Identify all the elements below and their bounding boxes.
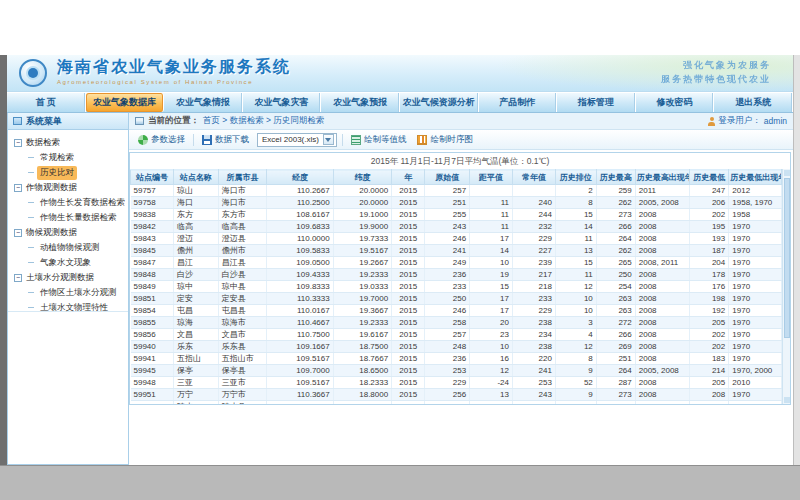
draw-timeseries-button[interactable]: 绘制时序图 <box>414 133 476 147</box>
params-select-button[interactable]: 参数选择 <box>135 133 188 147</box>
table-row[interactable]: 59845儋州儋州市109.583319.5167201524114227132… <box>131 245 782 257</box>
column-header[interactable]: 原始值 <box>425 170 470 185</box>
tree-node[interactable]: −作物观测数据 <box>14 180 128 195</box>
tree-node[interactable]: −土壤水分观测数据 <box>14 270 128 285</box>
nav-tab-9[interactable]: 修改密码 <box>636 93 715 112</box>
table-cell: 陵水县 <box>218 401 267 406</box>
collapse-icon[interactable]: − <box>14 274 22 282</box>
scrollbar-thumb[interactable] <box>784 178 790 338</box>
table-cell: 2008 <box>635 305 690 317</box>
table-cell: 198 <box>690 293 729 305</box>
table-row[interactable]: 59854屯昌屯昌县110.016719.3667201524617229102… <box>131 305 782 317</box>
tree-node[interactable]: −数据检索 <box>14 135 128 150</box>
column-header[interactable]: 站点编号 <box>131 170 174 185</box>
breadcrumb[interactable]: 首页 > 数据检索 > 历史同期检索 <box>203 115 324 127</box>
table-cell: 19.6167 <box>333 329 391 341</box>
table-row[interactable]: 59849琼中琼中县109.833319.0333201523315218122… <box>131 281 782 293</box>
table-row[interactable]: 59843澄迈澄迈县110.000019.7333201524617229112… <box>131 233 782 245</box>
column-header[interactable]: 历史最高出现年份 <box>635 170 690 185</box>
export-format-select[interactable]: Excel 2003(.xls) <box>257 133 337 147</box>
table-cell: 239 <box>512 257 555 269</box>
tree-item[interactable]: 常规检索 <box>14 150 128 165</box>
table-cell: 19.3667 <box>333 305 391 317</box>
tree-item[interactable]: 动植物物候观测 <box>14 240 128 255</box>
tree-item[interactable]: 历史比对 <box>14 165 128 180</box>
table-row[interactable]: 59757琼山海口市110.266720.0000201525722592011… <box>131 185 782 197</box>
table-row[interactable]: 59941五指山五指山市109.516718.76672015236162208… <box>131 353 782 365</box>
nav-tab-7[interactable]: 产品制作 <box>479 93 558 112</box>
table-row[interactable]: 59951万宁万宁市110.366718.8000201525613243927… <box>131 389 782 401</box>
table-cell: 1970 <box>729 305 782 317</box>
tree-node-label: 数据检索 <box>26 137 60 149</box>
table-row[interactable]: 59847昌江昌江县109.050019.2667201524910239152… <box>131 257 782 269</box>
column-header[interactable]: 经度 <box>267 170 333 185</box>
table-row[interactable]: 59945保亭保亭县109.700018.6500201525312241926… <box>131 365 782 377</box>
collapse-icon[interactable]: − <box>14 184 22 192</box>
table-cell: 240 <box>512 197 555 209</box>
column-header[interactable]: 历史最低出现年份 <box>729 170 782 185</box>
scroll-down-icon[interactable] <box>784 397 790 403</box>
tree-item[interactable]: 作物生长量数据检索 <box>14 210 128 225</box>
location-icon <box>135 117 144 125</box>
tree-node[interactable]: −物候观测数据 <box>14 225 128 240</box>
column-header[interactable]: 常年值 <box>512 170 555 185</box>
column-header[interactable]: 历史最低 <box>690 170 729 185</box>
draw-contour-button[interactable]: 绘制等值线 <box>348 133 410 147</box>
table-cell: 109.5167 <box>267 377 333 389</box>
table-cell: 187 <box>690 245 729 257</box>
table-cell: 193 <box>690 233 729 245</box>
collapse-icon[interactable]: − <box>14 139 22 147</box>
table-cell: 110.2667 <box>267 185 333 197</box>
nav-tab-3[interactable]: 农业气象情报 <box>164 93 243 112</box>
table-cell: 19.7000 <box>333 293 391 305</box>
column-header[interactable]: 距平值 <box>470 170 513 185</box>
column-header[interactable]: 纬度 <box>333 170 391 185</box>
tree-item[interactable]: 气象水文现象 <box>14 255 128 270</box>
table-row[interactable]: 59855琼海琼海市110.466719.2333201525820238327… <box>131 317 782 329</box>
table-cell: 244 <box>512 209 555 221</box>
nav-tab-8[interactable]: 指标管理 <box>557 93 636 112</box>
sidebar-tree: −数据检索常规检索历史比对−作物观测数据作物生长发育数据检索作物生长量数据检索−… <box>8 130 128 312</box>
dropdown-button[interactable] <box>323 134 334 145</box>
column-header[interactable]: 历史排位 <box>555 170 596 185</box>
column-header[interactable]: 年 <box>392 170 425 185</box>
data-download-button[interactable]: 数据下载 <box>199 133 252 147</box>
table-row[interactable]: 59948三亚三亚市109.516718.23332015229-2425352… <box>131 377 782 389</box>
table-cell: 1958, 1970 <box>729 197 782 209</box>
table-cell: 屯昌县 <box>218 305 267 317</box>
tree-item[interactable]: 作物生长发育数据检索 <box>14 195 128 210</box>
collapse-icon[interactable]: − <box>14 229 22 237</box>
table-cell: 1958 <box>729 209 782 221</box>
table-cell: 2015 <box>392 353 425 365</box>
table-row[interactable]: 59954陵水陵水县110.033318.5000201525911248112… <box>131 401 782 406</box>
table-row[interactable]: 59758海口海口市110.250020.0000201525111240826… <box>131 197 782 209</box>
column-header[interactable]: 所属市县 <box>218 170 267 185</box>
scroll-up-icon[interactable] <box>784 170 790 176</box>
table-cell: 202 <box>690 329 729 341</box>
table-cell: 236 <box>425 353 470 365</box>
nav-tab-5[interactable]: 农业气象预报 <box>321 93 400 112</box>
table-row[interactable]: 59856文昌文昌市110.750019.6167201525723234426… <box>131 329 782 341</box>
table-row[interactable]: 59940乐东乐东县109.166718.7500201524810238122… <box>131 341 782 353</box>
table-cell: 262 <box>596 245 635 257</box>
column-header[interactable]: 历史最高 <box>596 170 635 185</box>
nav-tab-1[interactable]: 首 页 <box>7 93 86 112</box>
nav-tab-10[interactable]: 退出系统 <box>714 93 793 112</box>
nav-tab-6[interactable]: 农业气候资源分析 <box>400 93 479 112</box>
column-header[interactable]: 站点名称 <box>173 170 218 185</box>
table-row[interactable]: 59851定安定安县110.333319.7000201525017233102… <box>131 293 782 305</box>
table-cell: 2008 <box>635 317 690 329</box>
vertical-scrollbar[interactable] <box>782 169 790 404</box>
tree-item[interactable]: 作物区土壤水分观测 <box>14 285 128 300</box>
table-row[interactable]: 59842临高临高县109.683319.9000201524311232142… <box>131 221 782 233</box>
banner-slogan: 强化气象为农服务 服务热带特色现代农业 <box>661 58 771 86</box>
nav-tab-2[interactable]: 农业气象数据库 <box>86 93 165 112</box>
nav-tab-4[interactable]: 农业气象灾害 <box>243 93 322 112</box>
tree-item[interactable]: 土壤水文物理特性 <box>14 300 128 315</box>
table-cell: 临高 <box>173 221 218 233</box>
table-row[interactable]: 59848白沙白沙县109.433319.2333201523619217112… <box>131 269 782 281</box>
table-row[interactable]: 59838东方东方市108.616719.1000201525511244152… <box>131 209 782 221</box>
breadcrumb-bar: 当前的位置： 首页 > 数据检索 > 历史同期检索 登录用户：admin <box>129 113 793 130</box>
table-cell: 1970 <box>729 257 782 269</box>
table-cell: 248 <box>512 401 555 406</box>
